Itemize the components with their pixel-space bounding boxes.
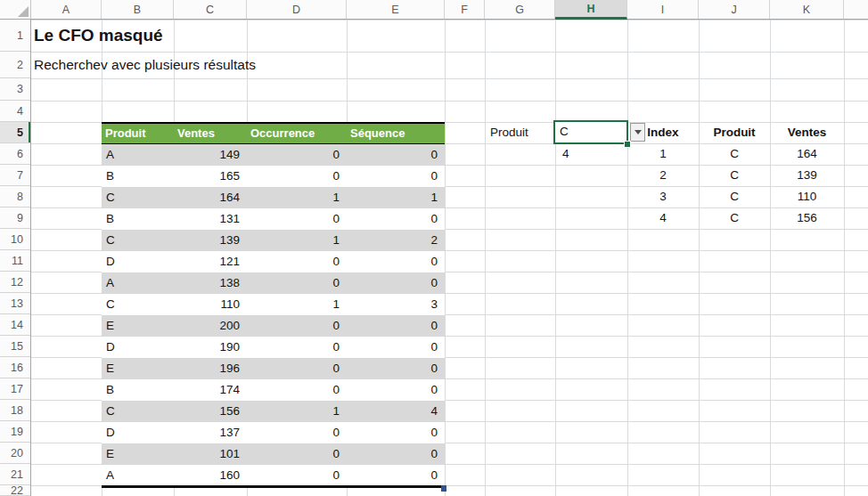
table-cell[interactable]: D [102, 251, 174, 272]
cell-a1-title[interactable]: Le CFO masqué [34, 20, 163, 52]
select-all-corner[interactable] [0, 0, 31, 19]
row-header-7[interactable]: 7 [0, 165, 30, 186]
table-cell[interactable]: B [102, 166, 174, 187]
column-header-D[interactable]: D [247, 0, 347, 19]
table-cell[interactable]: 101 [174, 443, 247, 465]
data-validation-dropdown-button[interactable] [630, 123, 645, 142]
result-cell[interactable]: 139 [770, 165, 844, 186]
table-cell[interactable]: 1 [247, 294, 347, 315]
result-cell[interactable]: 3 [627, 186, 699, 207]
table-cell[interactable]: 0 [347, 358, 445, 379]
row-header-18[interactable]: 18 [0, 400, 30, 421]
table-cell[interactable]: 0 [247, 272, 347, 294]
table-cell[interactable]: 0 [247, 422, 347, 443]
fill-handle[interactable] [624, 141, 631, 148]
table-cell[interactable]: 0 [247, 166, 347, 187]
table-cell[interactable]: 0 [347, 144, 445, 166]
row-header-2[interactable]: 2 [0, 52, 30, 78]
table-cell[interactable]: 0 [347, 315, 445, 337]
result-header-ventes[interactable]: Ventes [770, 122, 844, 143]
table-cell[interactable]: 1 [247, 401, 347, 422]
result-cell[interactable]: C [699, 207, 770, 229]
table-cell[interactable]: E [102, 315, 174, 337]
column-header-I[interactable]: I [627, 0, 699, 19]
table-cell[interactable]: 121 [174, 251, 247, 272]
table-cell[interactable]: 165 [174, 166, 247, 187]
table-cell[interactable]: 174 [174, 379, 247, 401]
table-cell[interactable]: 0 [347, 422, 445, 443]
table-cell[interactable]: 0 [347, 208, 445, 230]
row-header-13[interactable]: 13 [0, 293, 30, 314]
table-cell[interactable]: 138 [174, 272, 247, 294]
column-header-A[interactable]: A [31, 0, 102, 19]
table-cell[interactable]: 1 [347, 187, 445, 208]
row-header-1[interactable]: 1 [0, 20, 30, 52]
table-cell[interactable]: D [102, 422, 174, 443]
table-cell[interactable]: 2 [347, 230, 445, 251]
row-header-16[interactable]: 16 [0, 357, 30, 378]
result-cell[interactable]: 1 [627, 143, 699, 165]
table-cell[interactable]: 0 [347, 272, 445, 294]
row-header-21[interactable]: 21 [0, 464, 30, 485]
row-header-6[interactable]: 6 [0, 143, 30, 165]
table-cell[interactable]: 200 [174, 315, 247, 337]
table-cell[interactable]: 1 [247, 187, 347, 208]
table-cell[interactable]: 0 [247, 443, 347, 465]
table-cell[interactable]: 190 [174, 337, 247, 358]
table-cell[interactable]: 4 [347, 401, 445, 422]
row-header-3[interactable]: 3 [0, 78, 30, 101]
column-header-C[interactable]: C [174, 0, 247, 19]
table-cell[interactable]: B [102, 379, 174, 401]
table-cell[interactable]: 0 [247, 208, 347, 230]
row-header-19[interactable]: 19 [0, 421, 30, 443]
table-cell[interactable]: 0 [247, 358, 347, 379]
table-cell[interactable]: 139 [174, 230, 247, 251]
table-cell[interactable]: 0 [247, 465, 347, 486]
table-cell[interactable]: 0 [247, 251, 347, 272]
row-header-14[interactable]: 14 [0, 314, 30, 336]
table-cell[interactable]: 0 [247, 379, 347, 401]
row-header-15[interactable]: 15 [0, 336, 30, 357]
row-header-22[interactable]: 22 [0, 485, 30, 496]
table-cell[interactable]: E [102, 443, 174, 465]
result-cell[interactable]: 110 [770, 186, 844, 207]
table-cell[interactable]: 0 [347, 166, 445, 187]
table-cell[interactable]: C [102, 294, 174, 315]
result-cell[interactable]: C [699, 165, 770, 186]
table-cell[interactable]: 0 [347, 443, 445, 465]
result-cell[interactable]: 2 [627, 165, 699, 186]
table-cell[interactable]: B [102, 208, 174, 230]
result-cell[interactable]: C [699, 143, 770, 165]
cell-h6-count[interactable]: 4 [562, 143, 569, 165]
table-cell[interactable]: A [102, 144, 174, 166]
row-header-4[interactable]: 4 [0, 101, 30, 122]
table-cell[interactable]: 0 [247, 144, 347, 166]
row-header-10[interactable]: 10 [0, 229, 30, 250]
table-cell[interactable]: D [102, 337, 174, 358]
row-header-8[interactable]: 8 [0, 186, 30, 207]
row-header-11[interactable]: 11 [0, 250, 30, 272]
table-cell[interactable]: 0 [347, 465, 445, 486]
table-cell[interactable]: 160 [174, 465, 247, 486]
table-cell[interactable]: 0 [247, 315, 347, 337]
table-cell[interactable]: 156 [174, 401, 247, 422]
column-header-H[interactable]: H [555, 0, 627, 20]
column-header-B[interactable]: B [102, 0, 174, 19]
row-header-20[interactable]: 20 [0, 443, 30, 464]
table-resize-handle[interactable] [441, 485, 446, 492]
table-cell[interactable]: 0 [347, 251, 445, 272]
table-cell[interactable]: E [102, 358, 174, 379]
table-header-séquence[interactable]: Séquence [347, 124, 445, 143]
column-header-J[interactable]: J [699, 0, 770, 19]
table-header-produit[interactable]: Produit [102, 124, 174, 143]
table-cell[interactable]: 164 [174, 187, 247, 208]
cell-a2-subtitle[interactable]: Recherchev avec plusieurs résultats [34, 52, 256, 78]
table-cell[interactable]: C [102, 401, 174, 422]
row-header-9[interactable]: 9 [0, 207, 30, 229]
cell-g5-produit-label[interactable]: Produit [490, 122, 528, 143]
result-cell[interactable]: 4 [627, 207, 699, 229]
column-header-E[interactable]: E [347, 0, 445, 19]
table-cell[interactable]: A [102, 465, 174, 486]
table-cell[interactable]: 0 [247, 337, 347, 358]
column-header-K[interactable]: K [770, 0, 844, 19]
